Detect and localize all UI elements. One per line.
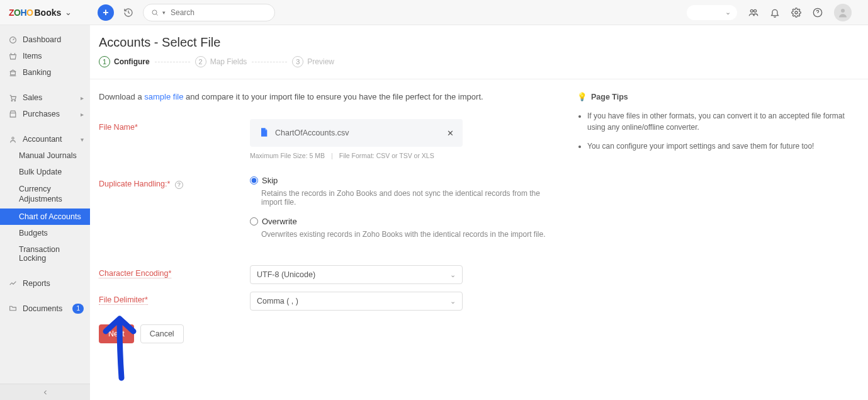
step-number: 2 <box>195 56 206 67</box>
chevron-down-icon: ⌄ <box>450 297 456 306</box>
recent-activity-button[interactable] <box>120 4 137 21</box>
sidebar-item-purchases[interactable]: Purchases ▸ <box>0 106 90 122</box>
radio-overwrite-block: Overwrite Overwrites existing records in… <box>250 217 552 239</box>
sidebar-item-accountant[interactable]: Accountant ▾ <box>0 131 90 147</box>
page-tips: 💡 Page Tips If you have files in other f… <box>577 92 859 159</box>
step-map-fields[interactable]: 2 Map Fields <box>195 56 247 67</box>
sidebar-item-label: Budgets <box>19 229 48 237</box>
chevron-down-icon: ⌄ <box>725 8 731 16</box>
next-button[interactable]: Next <box>99 324 134 343</box>
help-button[interactable] <box>813 8 823 18</box>
svg-point-13 <box>12 137 14 139</box>
radio-overwrite[interactable]: Overwrite <box>250 217 552 226</box>
step-preview[interactable]: 3 Preview <box>292 56 334 67</box>
helper-prefix: Download a <box>99 92 144 101</box>
global-search[interactable]: ▾ <box>143 4 275 21</box>
chevron-right-icon: ▸ <box>81 111 84 118</box>
sidebar-item-label: Dashboard <box>23 35 61 44</box>
radio-skip-desc: Retains the records in Zoho Books and do… <box>261 189 552 207</box>
radio-overwrite-input[interactable] <box>250 217 258 226</box>
person-icon <box>837 7 848 18</box>
sidebar-item-dashboard[interactable]: Dashboard <box>0 31 90 48</box>
svg-marker-14 <box>265 128 267 130</box>
sidebar-item-budgets[interactable]: Budgets <box>0 225 90 241</box>
sidebar-item-items[interactable]: Items <box>0 48 90 64</box>
search-input[interactable] <box>171 8 267 17</box>
documents-badge: 1 <box>72 304 84 314</box>
sidebar-item-label: Purchases <box>23 110 60 118</box>
svg-rect-9 <box>11 71 16 74</box>
search-scope-caret-icon: ▾ <box>162 9 166 16</box>
gear-icon <box>791 8 801 18</box>
purchases-icon <box>9 110 18 118</box>
accountant-icon <box>9 135 18 144</box>
sidebar-item-documents[interactable]: Documents 1 <box>0 300 90 317</box>
sidebar-item-transaction-locking[interactable]: Transaction Locking <box>0 241 90 266</box>
sidebar-item-manual-journals[interactable]: Manual Journals <box>0 147 90 164</box>
notifications-button[interactable] <box>770 8 780 18</box>
label-text: Duplicate Handling:* <box>99 180 170 188</box>
sample-file-link[interactable]: sample file <box>144 92 183 101</box>
radio-skip-block: Skip Retains the records in Zoho Books a… <box>250 176 552 207</box>
sidebar-item-currency-adjustments[interactable]: Currency Adjustments <box>0 180 90 209</box>
step-separator <box>252 62 287 62</box>
form-row-delimiter: File Delimiter* Comma ( , ) ⌄ <box>99 292 552 311</box>
zoho-logo: ZOHO <box>9 8 33 18</box>
content-area: Download a sample file and compare it to… <box>90 79 868 369</box>
tips-list: If you have files in other formats, you … <box>577 110 859 152</box>
sidebar-item-bulk-update[interactable]: Bulk Update <box>0 164 90 180</box>
cancel-button[interactable]: Cancel <box>140 324 184 343</box>
svg-line-1 <box>156 14 157 15</box>
import-stepper: 1 Configure 2 Map Fields 3 Preview <box>90 56 868 79</box>
quick-add-button[interactable]: + <box>98 4 114 21</box>
svg-point-4 <box>795 11 798 14</box>
encoding-select[interactable]: UTF-8 (Unicode) ⌄ <box>250 265 463 284</box>
radio-skip-input[interactable] <box>250 176 258 185</box>
button-row: Next Cancel <box>99 324 552 343</box>
users-icon <box>748 8 758 18</box>
radio-label: Skip <box>262 176 278 185</box>
file-hints: Maximum File Size: 5 MB | File Format: C… <box>250 152 552 159</box>
sidebar-collapse-button[interactable] <box>0 384 90 400</box>
sidebar-item-chart-of-accounts[interactable]: Chart of Accounts <box>0 209 90 225</box>
chevron-down-icon: ⌄ <box>450 271 456 279</box>
refer-button[interactable] <box>748 8 758 18</box>
sidebar: Dashboard Items Banking Sales ▸ Purchase… <box>0 25 90 400</box>
svg-point-12 <box>14 100 16 101</box>
step-number: 3 <box>292 56 303 67</box>
bell-icon <box>770 8 780 18</box>
sidebar-item-label: Bulk Update <box>19 168 62 176</box>
sidebar-item-banking[interactable]: Banking <box>0 64 90 81</box>
field-file-name: ChartOfAccounts.csv ✕ Maximum File Size:… <box>250 119 552 159</box>
step-label: Map Fields <box>210 57 247 66</box>
helper-suffix: and compare it to your import file to en… <box>183 92 483 101</box>
org-switcher[interactable]: ⌄ <box>687 5 737 20</box>
tip-item: If you have files in other formats, you … <box>587 110 859 133</box>
form-row-encoding: Character Encoding* UTF-8 (Unicode) ⌄ <box>99 265 552 284</box>
step-configure[interactable]: 1 Configure <box>99 56 150 67</box>
sidebar-item-label: Chart of Accounts <box>19 212 81 221</box>
sidebar-item-label: Items <box>23 52 42 60</box>
remove-file-button[interactable]: ✕ <box>447 129 454 138</box>
bulb-icon: 💡 <box>577 92 587 101</box>
sidebar-item-reports[interactable]: Reports <box>0 275 90 292</box>
sidebar-item-label: Banking <box>23 68 51 77</box>
page-title: Accounts - Select File <box>90 25 868 56</box>
sidebar-item-sales[interactable]: Sales ▸ <box>0 89 90 106</box>
user-avatar[interactable] <box>834 4 852 21</box>
uploaded-file-chip[interactable]: ChartOfAccounts.csv ✕ <box>250 119 463 147</box>
history-icon <box>123 8 133 18</box>
radio-overwrite-desc: Overwrites existing records in Zoho Book… <box>261 230 552 239</box>
info-icon[interactable]: ? <box>175 181 183 189</box>
sidebar-item-label: Transaction Locking <box>19 245 81 263</box>
settings-button[interactable] <box>791 8 801 18</box>
delimiter-select[interactable]: Comma ( , ) ⌄ <box>250 292 463 311</box>
helper-text: Download a sample file and compare it to… <box>99 92 552 101</box>
label-text: Character Encoding* <box>99 269 171 278</box>
app-switcher[interactable]: ZOHO Books ⌄ <box>0 8 90 18</box>
chevron-left-icon <box>42 389 49 396</box>
chevron-down-icon: ▾ <box>81 136 84 143</box>
radio-skip[interactable]: Skip <box>250 176 552 185</box>
uploaded-file-name: ChartOfAccounts.csv <box>275 129 349 137</box>
svg-point-11 <box>11 100 13 101</box>
